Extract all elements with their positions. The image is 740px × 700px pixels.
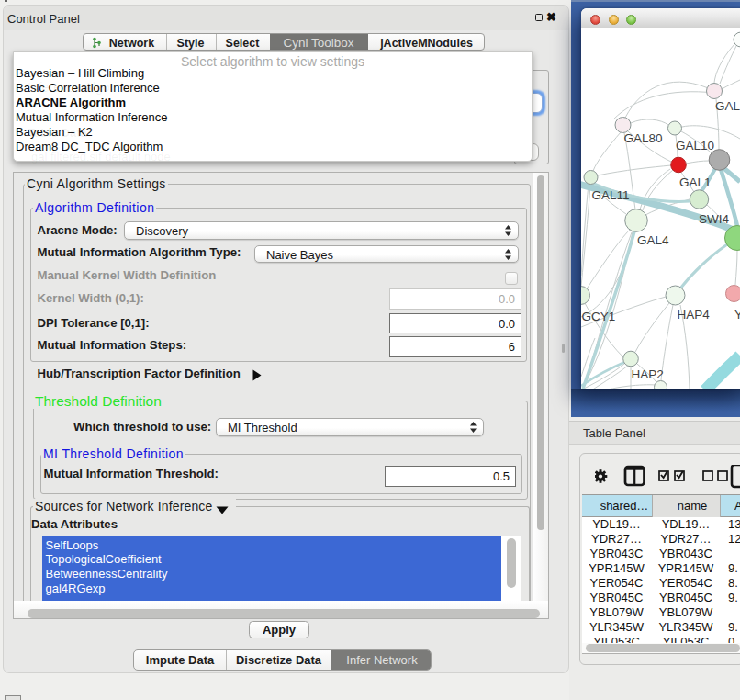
svg-text:HAP2: HAP2 bbox=[632, 367, 664, 381]
svg-text:GAL10: GAL10 bbox=[676, 139, 714, 152]
svg-text:GAL2: GAL2 bbox=[715, 99, 740, 113]
svg-text:YM: YM bbox=[734, 308, 740, 322]
svg-text:GAL4: GAL4 bbox=[637, 233, 669, 247]
svg-text:GAL11: GAL11 bbox=[592, 188, 630, 202]
svg-text:GAL1: GAL1 bbox=[679, 175, 712, 189]
svg-text:GCY1: GCY1 bbox=[582, 310, 616, 323]
svg-text:SWI4: SWI4 bbox=[699, 212, 729, 226]
svg-text:GAL80: GAL80 bbox=[624, 131, 663, 145]
svg-text:HAP4: HAP4 bbox=[678, 308, 711, 322]
